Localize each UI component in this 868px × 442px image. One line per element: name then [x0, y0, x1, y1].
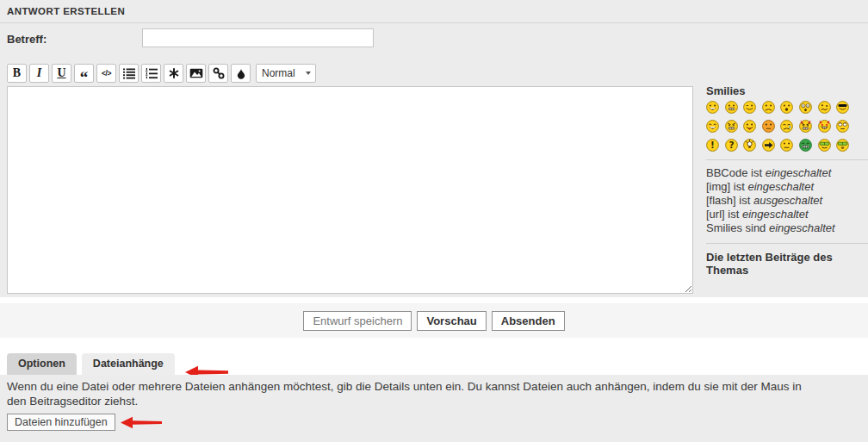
smiley-grid: !? [706, 101, 868, 152]
smiley-very-happy-icon[interactable] [706, 101, 719, 114]
svg-text:?: ? [728, 140, 734, 150]
add-files-row: Dateien hinzufügen [7, 414, 162, 431]
smiley-surprised-icon[interactable] [780, 101, 793, 114]
bbcode-toolbar: BIU“</> Normal [7, 64, 316, 83]
text-color-icon [237, 68, 245, 79]
list-ordered-icon [146, 68, 158, 79]
font-size-select[interactable]: Normal [256, 64, 316, 83]
quote-button[interactable]: “ [74, 64, 94, 83]
smiley-sad-icon[interactable] [762, 101, 775, 114]
smiley-neutral-icon[interactable] [780, 139, 793, 152]
smiley-shocked-icon[interactable] [799, 101, 812, 114]
message-textarea[interactable] [7, 86, 693, 294]
smiley-smile-icon[interactable] [725, 101, 738, 114]
annotation-arrow-button-icon [121, 416, 162, 429]
smiley-confused-icon[interactable] [818, 101, 831, 114]
smiley-mad-icon[interactable] [725, 120, 738, 133]
bbcode-status-list: BBCode ist eingeschaltet[img] ist einges… [706, 166, 868, 235]
bbcode-status-line: BBCode ist eingeschaltet [706, 166, 868, 180]
list-bullet-icon [123, 68, 135, 79]
bbcode-status-line: [url] ist eingeschaltet [706, 208, 868, 221]
smiley-geek-icon[interactable] [818, 139, 831, 152]
save-draft-button[interactable]: Entwurf speichern [303, 311, 412, 331]
bbcode-status-line: [img] ist eingeschaltet [706, 180, 868, 194]
list-bullet-button[interactable] [119, 64, 139, 83]
smiley-wink-icon[interactable] [743, 101, 756, 114]
smilies-title: Smilies [706, 84, 868, 97]
list-item-icon [169, 68, 179, 78]
code-icon: </> [102, 69, 111, 78]
form-actions-bar: Entwurf speichern Vorschau Absenden [0, 303, 868, 338]
image-icon [189, 68, 203, 78]
smiley-embarrassed-icon[interactable] [762, 120, 775, 133]
italic-button[interactable]: I [29, 64, 49, 83]
add-files-button[interactable]: Dateien hinzufügen [7, 414, 115, 431]
list-item-button[interactable] [164, 64, 183, 83]
smiley-idea-icon[interactable] [743, 139, 756, 152]
font-size-select-wrap: Normal [256, 64, 316, 83]
svg-text:!: ! [710, 140, 715, 150]
smiley-twisted-evil-icon[interactable] [818, 120, 831, 133]
smiley-cool-icon[interactable] [836, 101, 849, 114]
last-posts-title: Die letzten Beiträge des Themas [706, 251, 868, 277]
smiley-rolling-eyes-icon[interactable] [836, 120, 849, 133]
submit-button[interactable]: Absenden [492, 311, 565, 331]
list-ordered-button[interactable] [141, 64, 161, 83]
code-button[interactable]: </> [96, 64, 116, 83]
tab-dateianhaenge[interactable]: Dateianhänge [82, 353, 175, 375]
smiley-question-icon[interactable]: ? [725, 139, 738, 152]
underline-button[interactable]: U [52, 64, 71, 83]
attachments-description: Wenn du eine Datei oder mehrere Dateien … [7, 380, 815, 408]
bbcode-status-line: Smilies sind eingeschaltet [706, 221, 868, 235]
text-color-button[interactable] [231, 64, 251, 83]
subject-input[interactable] [142, 28, 374, 47]
page-header: ANTWORT ERSTELLEN [0, 0, 868, 23]
sidebar-divider [706, 159, 868, 160]
link-button[interactable] [208, 64, 228, 83]
options-tabs: Optionen Dateianhänge [7, 353, 228, 375]
image-button[interactable] [186, 64, 206, 83]
smiley-exclamation-icon[interactable]: ! [706, 139, 719, 152]
smiley-ultra-geek-icon[interactable] [836, 139, 849, 152]
smiley-arrow-icon[interactable] [762, 139, 775, 152]
smiley-evil-icon[interactable] [799, 120, 812, 133]
smiley-razz-icon[interactable] [743, 120, 756, 133]
bold-icon: B [13, 67, 21, 79]
bbcode-status-line: [flash] ist ausgeschaltet [706, 194, 868, 208]
preview-button[interactable]: Vorschau [417, 311, 486, 331]
bold-button[interactable]: B [7, 64, 27, 83]
underline-icon: U [57, 67, 65, 79]
link-icon [213, 67, 225, 79]
tab-optionen[interactable]: Optionen [7, 353, 77, 375]
italic-icon: I [37, 67, 41, 79]
smiley-laughing-icon[interactable] [706, 120, 719, 133]
subject-label: Betreff: [7, 33, 46, 46]
sidebar-divider [706, 243, 868, 244]
page-title: ANTWORT ERSTELLEN [7, 6, 125, 16]
smiley-mr-green-icon[interactable] [799, 139, 812, 152]
editor-sidebar: Smilies !? BBCode ist eingeschaltet[img]… [706, 84, 868, 277]
attachments-panel: Wenn du eine Datei oder mehrere Dateien … [0, 375, 868, 442]
smiley-crying-icon[interactable] [780, 120, 793, 133]
post-editor-section: ANTWORT ERSTELLEN Betreff: BIU“</> Norma… [0, 0, 868, 297]
